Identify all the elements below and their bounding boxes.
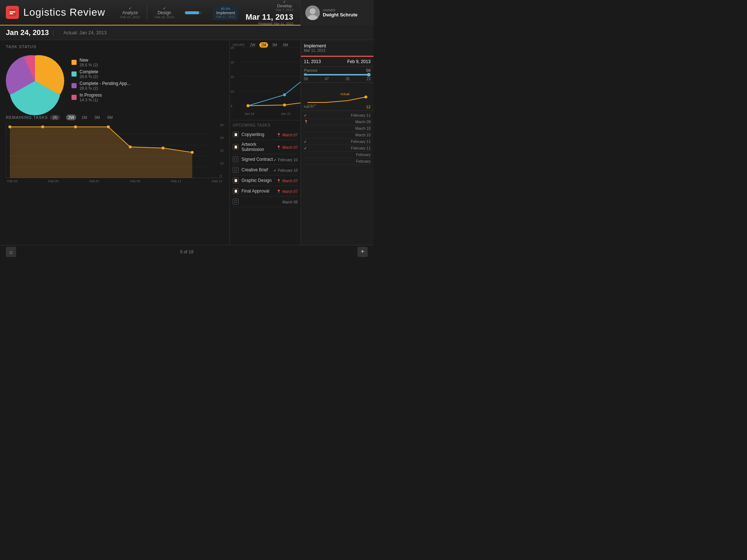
tab-1m[interactable]: 1M — [79, 114, 89, 120]
svg-point-17 — [191, 151, 194, 154]
legend-in-prog-dot — [71, 95, 77, 100]
legend-complete-pct: 28.6 % (2) — [80, 74, 98, 79]
sidebar-actual-date: Feb 07 — [304, 105, 314, 109]
svg-point-24 — [283, 93, 286, 96]
chart-y-labels: 25 20 15 10 5 — [219, 123, 224, 178]
sidebar-task-6: February — [304, 152, 371, 158]
sidebar-task-5: ✓ February 11 — [304, 145, 371, 152]
task-signed-contract: ☐ Signed Contract ✓ February 10 — [233, 154, 298, 165]
home-button[interactable]: ⌂ — [6, 247, 16, 257]
projected-label: Projected: Mar 11, 2013 — [258, 22, 293, 26]
chart-time-tabs: 2W 1M 3M 6M — [248, 42, 290, 48]
remaining-header: REMAINING TASKS (8) 2W 1M 3M 6M — [6, 114, 224, 120]
sidebar-start-date: 11, 2013 — [304, 59, 321, 64]
remaining-count: (8) — [50, 115, 60, 120]
sidebar-task-7: February — [304, 158, 371, 165]
task-signed-date: ✓ February 10 — [274, 156, 298, 163]
right-sidebar: Implement Mar 11, 2013 11, 2013 Feb 9, 2… — [301, 40, 374, 245]
svg-point-16 — [162, 147, 165, 149]
chart-x-labels: Feb 03 Feb 05 Feb 07 Feb 09 Feb 11 Feb 1… — [6, 179, 224, 183]
task-copywriting-name: Copywriting — [241, 132, 276, 137]
analyze-check: ✓ — [129, 7, 132, 10]
remaining-chart — [6, 123, 224, 178]
legend-in-prog-pct: 14.3 % (1) — [80, 98, 102, 102]
tab-6m[interactable]: 6M — [105, 114, 115, 120]
right-area: HOURS 2W 1M 3M 6M Planned — [230, 40, 301, 245]
sidebar-date-range: 11, 2013 Feb 9, 2013 — [301, 57, 374, 67]
svg-text:25: 25 — [231, 46, 234, 50]
stage-implement[interactable]: 83.3% Implement Feb 17, 2013 — [213, 5, 238, 20]
planned-fill — [304, 74, 371, 75]
legend-new-pct: 28.6 % (2) — [80, 63, 98, 67]
task-graphic-design: 📋 Graphic Design 📍 March 07 — [233, 175, 298, 186]
hours-chart: HOURS 2W 1M 3M 6M Planned — [230, 40, 301, 120]
task-icon-brief: ☐ — [233, 167, 239, 173]
owner-name: Dwight Schrute — [323, 12, 357, 18]
legend-in-progress: In Progress 14.3 % (1) — [71, 93, 131, 102]
task-graphic-date: 📍 March 07 — [276, 177, 298, 184]
tab-3m[interactable]: 3M — [92, 114, 102, 120]
task-icon-artwork: 📋 — [233, 144, 239, 150]
app-title: Logistics Review — [23, 7, 105, 18]
task-icon-copywriting: 📋 — [233, 132, 239, 137]
legend-comp-pend-label: Complete - Pending App... — [80, 81, 131, 86]
svg-text:20: 20 — [231, 61, 234, 64]
analyze-label: Analyze — [122, 10, 138, 15]
actual-date-display: Actual: Jan 24, 2013 — [63, 30, 107, 35]
remaining-title: REMAINING TASKS — [6, 115, 48, 120]
sidebar-end-date: Feb 9, 2013 — [347, 59, 371, 64]
legend-comp-pend-dot — [71, 83, 77, 88]
chart-tab-1m[interactable]: 1M — [259, 42, 268, 48]
svg-text:10: 10 — [231, 90, 234, 93]
chart-tab-2w[interactable]: 2W — [248, 42, 257, 48]
upcoming-tasks: UPCOMING TASKS 📋 Copywriting 📍 March 07 … — [230, 120, 301, 245]
current-date-display: ✓ Develop Mar 7, 2013 Mar 11, 2013 Proje… — [245, 0, 297, 26]
task-final-name: Final Approval — [241, 188, 276, 194]
task-icon-final: 📋 — [233, 188, 239, 194]
chart-tab-3m[interactable]: 3M — [270, 42, 279, 48]
legend-new: New 28.6 % (2) — [71, 58, 131, 67]
sidebar-actual-value: 12 — [366, 105, 371, 109]
design-check: ✓ — [163, 7, 166, 10]
chart-tab-6m[interactable]: 6M — [281, 42, 290, 48]
svg-text:Jan 24: Jan 24 — [244, 112, 254, 116]
app-logo — [6, 6, 19, 19]
sidebar-task-3: March 10 — [304, 132, 371, 139]
sidebar-task-2: March 10 — [304, 125, 371, 132]
design-label: Design — [158, 10, 171, 15]
legend-complete-label: Complete — [80, 69, 98, 74]
svg-point-28 — [247, 104, 249, 107]
task-signed-name: Signed Contract — [241, 157, 274, 162]
slider-handle[interactable] — [367, 73, 371, 77]
main-content: TASK STATUS — [0, 40, 374, 245]
impl-label: Implement — [216, 11, 235, 15]
pie-chart — [6, 52, 64, 110]
svg-rect-1 — [9, 11, 15, 12]
stage-analyze[interactable]: ✓ Analyze Feb 10, 2013 — [120, 7, 140, 19]
svg-marker-10 — [10, 127, 192, 178]
legend-complete-dot — [71, 71, 77, 77]
owner-label: OWNER — [323, 8, 357, 12]
planned-slider[interactable] — [304, 74, 371, 75]
slider-handle-left — [304, 73, 307, 76]
task-status-title: TASK STATUS — [6, 44, 224, 49]
stage-design[interactable]: ✓ Design Feb 10, 2013 — [155, 7, 174, 19]
planned-values: 58 47 35 23 — [304, 77, 371, 81]
task-copywriting-date: 📍 March 07 — [276, 131, 298, 138]
add-button[interactable]: + — [357, 247, 368, 257]
footer: ⌂ 5 of 18 + — [0, 245, 374, 258]
task-brief-name: Creative Brief — [241, 167, 274, 172]
tab-2w[interactable]: 2W — [66, 114, 77, 120]
task-icon-signed: ☐ — [233, 156, 239, 162]
task-icon-graphic: 📋 — [233, 178, 239, 183]
svg-point-12 — [41, 125, 44, 128]
sidebar-header: Implement Mar 11, 2013 — [301, 40, 374, 56]
task-artwork-date: 📍 March 07 — [276, 144, 298, 150]
sidebar-implement-date: Mar 11, 2013 — [304, 48, 371, 52]
impl-date: Feb 17, 2013 — [216, 15, 235, 19]
task-creative-brief: ☐ Creative Brief ✓ February 10 — [233, 165, 298, 175]
svg-point-14 — [107, 125, 110, 128]
sidebar-implement: Implement — [304, 43, 371, 48]
page-count: 5 of 18 — [180, 249, 194, 254]
sidebar-task-4: ✓ February 11 — [304, 139, 371, 145]
